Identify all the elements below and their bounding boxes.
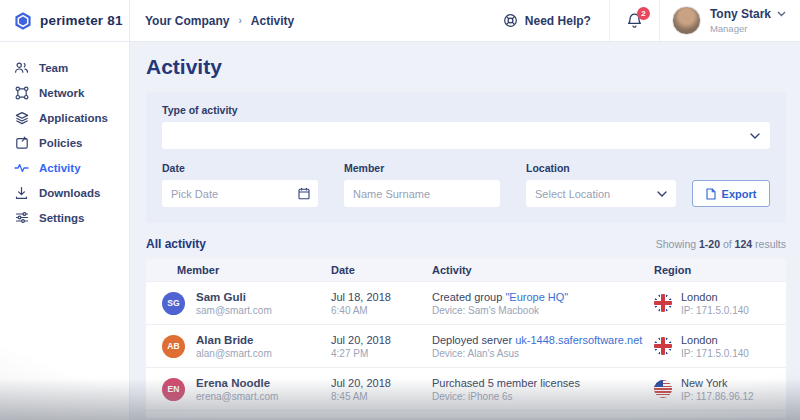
activity-icon — [14, 163, 29, 173]
filter-panel: Type of activity Date Member — [146, 92, 786, 223]
member-name: Alan Bride — [196, 334, 272, 346]
location-select-placeholder: Select Location — [535, 188, 610, 200]
avatar: EN — [162, 378, 185, 401]
activity-time: 8:45 AM — [331, 391, 432, 402]
region-city: London — [681, 291, 749, 303]
region-ip: IP: 117.86.96.12 — [681, 391, 754, 402]
brand-name: perimeter 81 — [40, 13, 123, 28]
date-input[interactable] — [162, 180, 318, 207]
sidebar-item-applications[interactable]: Applications — [0, 105, 129, 130]
activity-device: Device: Sam's Macbook — [432, 305, 648, 316]
avatar: AB — [162, 335, 185, 358]
location-select[interactable]: Select Location — [526, 180, 676, 207]
results-count: Showing 1-20 of 124 results — [656, 238, 786, 250]
sidebar-item-downloads[interactable]: Downloads — [0, 180, 129, 205]
uk-flag-icon — [654, 337, 672, 355]
member-name: Erena Noodle — [196, 377, 278, 389]
avatar — [672, 6, 701, 35]
team-icon — [14, 61, 29, 74]
sidebar-item-team[interactable]: Team — [0, 55, 129, 80]
sidebar-item-label: Network — [39, 87, 84, 99]
sidebar-item-label: Policies — [39, 137, 82, 149]
header-right: Need Help? 2 Tony Stark Manager — [485, 0, 800, 41]
sidebar-item-label: Activity — [39, 162, 81, 174]
table-row[interactable]: SG Sam Guli sam@smart.com Jul 18, 2018 6… — [146, 281, 786, 324]
export-file-icon — [706, 188, 716, 200]
col-header-member: Member — [146, 264, 331, 276]
breadcrumb-company[interactable]: Your Company — [145, 14, 229, 28]
chevron-down-icon — [750, 133, 760, 139]
table-row[interactable]: AB Alan Bride alan@smart.com Jul 20, 201… — [146, 324, 786, 367]
location-label: Location — [526, 162, 676, 174]
activity-text: Deployed server — [432, 334, 515, 346]
sidebar-item-label: Team — [39, 62, 68, 74]
member-email: erena@smart.com — [196, 391, 278, 402]
activity-time: 6:40 AM — [331, 305, 432, 316]
sidebar-item-activity[interactable]: Activity — [0, 155, 129, 180]
user-menu[interactable]: Tony Stark Manager — [660, 6, 800, 35]
sidebar-item-label: Downloads — [39, 187, 100, 199]
chevron-down-icon — [657, 191, 667, 197]
region-ip: IP: 171.5.0.140 — [681, 305, 749, 316]
table-header-row: Member Date Activity Region — [146, 259, 786, 281]
user-name: Tony Stark — [710, 7, 771, 21]
sidebar-item-settings[interactable]: Settings — [0, 205, 129, 230]
sidebar-item-label: Settings — [39, 212, 84, 224]
network-icon — [14, 86, 29, 100]
table-row-partial — [146, 410, 786, 418]
notifications-button[interactable]: 2 — [609, 0, 660, 41]
notification-badge: 2 — [637, 7, 650, 20]
region-city: New York — [681, 377, 754, 389]
activity-date: Jul 20, 2018 — [331, 334, 432, 346]
settings-icon — [14, 211, 29, 224]
activity-table: Member Date Activity Region SG Sam Guli … — [146, 259, 786, 418]
type-of-activity-select[interactable] — [162, 122, 770, 149]
sidebar-item-network[interactable]: Network — [0, 80, 129, 105]
brand-logo[interactable]: perimeter 81 — [0, 0, 130, 41]
activity-link[interactable]: "Europe HQ" — [505, 291, 568, 303]
member-email: sam@smart.com — [196, 305, 272, 316]
all-activity-title: All activity — [146, 237, 206, 251]
activity-text: Created group — [432, 291, 505, 303]
col-header-activity: Activity — [432, 264, 648, 276]
downloads-icon — [14, 186, 29, 200]
us-flag-icon — [654, 380, 672, 398]
date-label: Date — [162, 162, 318, 174]
need-help-label: Need Help? — [525, 14, 591, 28]
sidebar-nav: Team Network Applications Policies — [0, 42, 130, 420]
activity-date: Jul 18, 2018 — [331, 291, 432, 303]
lifebuoy-icon — [503, 13, 518, 28]
breadcrumb-chevron-icon: › — [238, 15, 241, 26]
col-header-date: Date — [331, 264, 432, 276]
member-label: Member — [344, 162, 500, 174]
activity-device: Device: Alan's Asus — [432, 348, 648, 359]
col-header-region: Region — [648, 264, 786, 276]
chevron-down-icon — [777, 11, 786, 17]
export-label: Export — [722, 188, 757, 200]
activity-date: Jul 20, 2018 — [331, 377, 432, 389]
region-city: London — [681, 334, 749, 346]
sidebar-item-label: Applications — [39, 112, 108, 124]
table-row[interactable]: EN Erena Noodle erena@smart.com Jul 20, … — [146, 367, 786, 410]
activity-text: Purchased 5 member licenses — [432, 377, 580, 389]
uk-flag-icon — [654, 294, 672, 312]
avatar: SG — [162, 292, 185, 315]
need-help-button[interactable]: Need Help? — [485, 0, 609, 41]
page-title: Activity — [146, 55, 786, 79]
logo-hexagon-icon — [13, 11, 33, 31]
activity-time: 4:27 PM — [331, 348, 432, 359]
type-of-activity-label: Type of activity — [162, 104, 770, 116]
region-ip: IP: 171.5.0.140 — [681, 348, 749, 359]
applications-icon — [14, 111, 29, 125]
user-role: Manager — [710, 23, 786, 34]
activity-link[interactable]: uk-1448.safersoftware.net — [515, 334, 642, 346]
sidebar-item-policies[interactable]: Policies — [0, 130, 129, 155]
breadcrumb: Your Company › Activity — [145, 14, 294, 28]
top-header: perimeter 81 Your Company › Activity Nee… — [0, 0, 800, 42]
main-content: Activity Type of activity Date — [130, 42, 800, 420]
calendar-icon[interactable] — [298, 187, 310, 200]
member-name: Sam Guli — [196, 291, 272, 303]
export-button[interactable]: Export — [692, 180, 770, 207]
breadcrumb-page[interactable]: Activity — [251, 14, 294, 28]
member-input[interactable] — [344, 180, 500, 207]
